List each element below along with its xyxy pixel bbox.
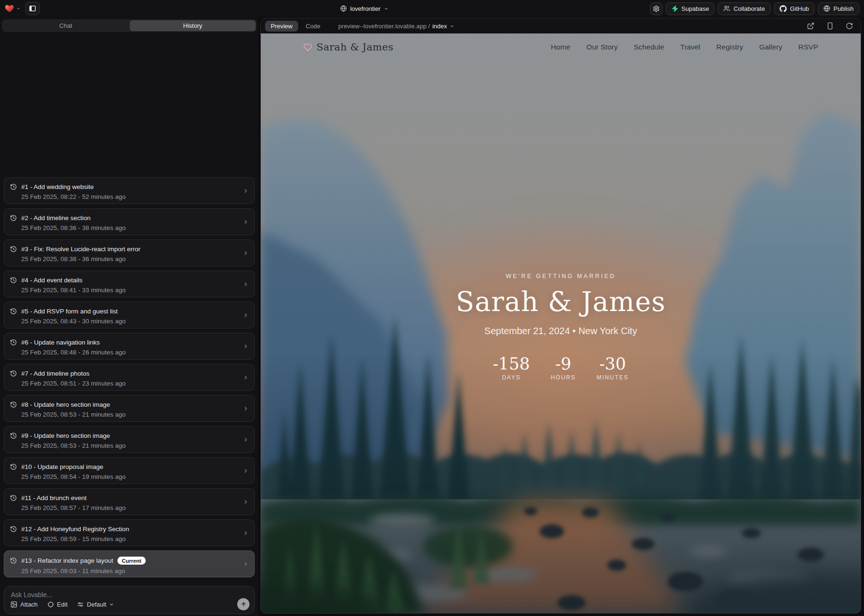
refresh-icon <box>846 22 853 30</box>
crosshair-icon <box>47 601 54 608</box>
attach-label: Attach <box>20 601 38 608</box>
history-item-title: #4 - Add event details <box>21 277 83 284</box>
edit-label: Edit <box>57 601 67 608</box>
history-item-timestamp: 25 Feb 2025, 08:53 - 21 minutes ago <box>21 411 238 418</box>
preview-url-page: index <box>432 23 447 30</box>
history-item[interactable]: #2 - Add timeline section Current 25 Feb… <box>4 208 255 235</box>
history-item[interactable]: #7 - Add timeline photos Current 25 Feb … <box>4 364 255 391</box>
countdown-label: MINUTES <box>597 374 629 381</box>
sidebar-toggle-button[interactable] <box>25 2 40 15</box>
history-item-timestamp: 25 Feb 2025, 08:48 - 26 minutes ago <box>21 349 238 356</box>
site-nav-link[interactable]: Travel <box>680 43 700 51</box>
preview-url[interactable]: preview--lovefrontier.lovable.app / inde… <box>338 23 454 30</box>
composer: Ask Lovable... Attach Edit <box>4 586 255 614</box>
history-item-timestamp: 25 Feb 2025, 08:38 - 36 minutes ago <box>21 255 238 263</box>
sidebar-tab[interactable]: Chat <box>3 20 129 31</box>
history-item-title: #7 - Add timeline photos <box>21 370 90 377</box>
chevron-right-icon <box>242 561 249 567</box>
mode-select[interactable]: Default <box>77 601 114 608</box>
history-item-title: #8 - Update hero section image <box>21 401 110 408</box>
history-item-timestamp: 25 Feb 2025, 08:54 - 19 minutes ago <box>21 473 238 480</box>
history-item[interactable]: #11 - Add brunch event Current 25 Feb 20… <box>4 488 255 515</box>
send-button[interactable] <box>237 598 249 610</box>
preview-panel: Preview Code preview--lovefrontier.lovab… <box>260 18 861 614</box>
site-nav-link[interactable]: Schedule <box>634 43 665 51</box>
collaborate-label: Collaborate <box>733 5 765 12</box>
history-item-title: #10 - Update proposal image <box>21 463 103 470</box>
lovable-app: lovefrontier Supabase Collaborate <box>0 0 864 17</box>
collaborate-button[interactable]: Collaborate <box>718 2 771 15</box>
chevron-right-icon <box>242 499 249 505</box>
chevron-right-icon <box>242 405 249 412</box>
preview-toolbar-icons <box>807 22 853 30</box>
lovable-logo-menu[interactable] <box>5 4 21 13</box>
sidebar-tab[interactable]: History <box>130 20 256 31</box>
countdown-label: HOURS <box>551 374 576 381</box>
history-icon <box>10 463 17 470</box>
history-item-timestamp: 25 Feb 2025, 08:59 - 15 minutes ago <box>21 535 238 542</box>
hero-eyebrow: WE'RE GETTING MARRIED <box>261 273 861 279</box>
tab-code[interactable]: Code <box>300 21 326 32</box>
history-item-title: #2 - Add timeline section <box>21 214 91 222</box>
site-nav-link[interactable]: Home <box>551 43 570 51</box>
attach-button[interactable]: Attach <box>10 601 38 608</box>
history-icon <box>10 183 17 190</box>
chevron-right-icon <box>242 343 249 350</box>
github-button[interactable]: GitHub <box>774 2 814 15</box>
chevron-down-icon <box>109 602 114 607</box>
wedding-site: Sarah & James HomeOur StoryScheduleTrave… <box>261 33 861 613</box>
history-item-timestamp: 25 Feb 2025, 08:51 - 23 minutes ago <box>21 380 238 387</box>
history-item-title: #3 - Fix: Resolve Lucide-react import er… <box>21 246 141 253</box>
site-nav-link[interactable]: Our Story <box>586 43 617 51</box>
history-item-timestamp: 25 Feb 2025, 08:36 - 38 minutes ago <box>21 224 238 231</box>
site-nav-link[interactable]: RSVP <box>798 43 818 51</box>
history-icon <box>10 432 17 439</box>
edit-button[interactable]: Edit <box>47 601 67 608</box>
mobile-view-button[interactable] <box>826 22 834 30</box>
chevron-right-icon <box>242 312 249 319</box>
site-nav: HomeOur StoryScheduleTravelRegistryGalle… <box>551 43 818 51</box>
history-item[interactable]: #9 - Update hero section image Current 2… <box>4 426 255 453</box>
site-nav-link[interactable]: Registry <box>716 43 743 51</box>
history-item-timestamp: 25 Feb 2025, 08:43 - 30 minutes ago <box>21 318 238 325</box>
chevron-right-icon <box>242 530 249 536</box>
history-item-title: #13 - Refactor index page layout <box>21 557 113 564</box>
history-item-timestamp: 25 Feb 2025, 08:41 - 33 minutes ago <box>21 287 238 294</box>
mode-label: Default <box>87 601 106 608</box>
history-item[interactable]: #13 - Refactor index page layout Current… <box>4 550 255 577</box>
history-item[interactable]: #1 - Add wedding website Current 25 Feb … <box>4 177 255 204</box>
countdown-value: -9 <box>551 354 576 373</box>
preview-toolbar: Preview Code preview--lovefrontier.lovab… <box>261 18 861 33</box>
history-icon <box>10 277 17 284</box>
publish-button[interactable]: Publish <box>818 2 859 15</box>
users-icon <box>723 5 730 12</box>
refresh-button[interactable] <box>846 22 853 30</box>
history-item-timestamp: 25 Feb 2025, 08:53 - 21 minutes ago <box>21 442 238 449</box>
settings-button[interactable] <box>650 2 663 15</box>
history-item-title: #12 - Add Honeyfund Registry Section <box>21 526 129 533</box>
chevron-down-icon <box>384 6 389 11</box>
site-nav-link[interactable]: Gallery <box>759 43 782 51</box>
tab-preview[interactable]: Preview <box>265 21 298 32</box>
history-item-timestamp: 25 Feb 2025, 08:57 - 17 minutes ago <box>21 504 238 511</box>
ask-lovable-input[interactable]: Ask Lovable... <box>11 591 248 599</box>
history-item[interactable]: #10 - Update proposal image Current 25 F… <box>4 457 255 484</box>
history-item[interactable]: #8 - Update hero section image Current 2… <box>4 395 255 422</box>
supabase-button[interactable]: Supabase <box>666 2 715 15</box>
site-logo[interactable]: Sarah & James <box>303 41 393 53</box>
hero-section: WE'RE GETTING MARRIED Sarah & James Sept… <box>261 273 861 381</box>
globe-icon <box>340 5 347 12</box>
history-item[interactable]: #4 - Add event details Current 25 Feb 20… <box>4 271 255 297</box>
composer-actions: Attach Edit Default <box>10 598 249 610</box>
project-switcher[interactable]: lovefrontier <box>340 5 389 12</box>
supabase-label: Supabase <box>681 5 709 12</box>
history-item[interactable]: #6 - Update navigation links Current 25 … <box>4 333 255 360</box>
history-item[interactable]: #12 - Add Honeyfund Registry Section Cur… <box>4 519 255 546</box>
project-name: lovefrontier <box>350 5 380 12</box>
panel-left-icon <box>29 5 36 12</box>
open-in-new-tab-button[interactable] <box>807 22 814 30</box>
history-item[interactable]: #3 - Fix: Resolve Lucide-react import er… <box>4 239 255 266</box>
chat-history-tabs: Chat History <box>2 19 257 32</box>
history-item[interactable]: #5 - Add RSVP form and guest list Curren… <box>4 302 255 329</box>
countdown-item: -30 MINUTES <box>597 354 629 381</box>
